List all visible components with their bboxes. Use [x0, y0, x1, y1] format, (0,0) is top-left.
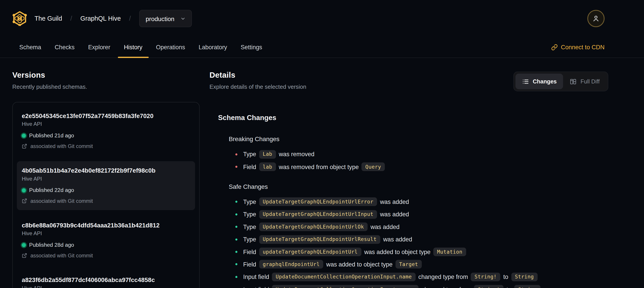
git-commit-link[interactable]: associated with Git commit: [22, 143, 190, 149]
code-chip: UpdateDocumentCollectionOperationInput.q…: [272, 285, 418, 288]
change-text-segment: Type: [243, 236, 256, 243]
connect-to-cdn-label: Connect to CDN: [561, 44, 604, 51]
change-text-segment: Input field: [243, 286, 269, 288]
version-hash: e2e55045345ce13fe07f52a77459b83fa3fe7020: [22, 113, 190, 119]
change-text-segment: was added: [380, 211, 409, 218]
versions-title: Versions: [12, 71, 200, 80]
version-status: Published 21d ago: [22, 132, 190, 139]
tab-label: Operations: [156, 44, 185, 51]
change-item: TypeUpdateTargetGraphQLEndpointUrlErrorw…: [235, 196, 608, 208]
version-service: Hive API: [22, 175, 190, 182]
app-window: The Guild / GraphQL Hive / production Sc…: [0, 0, 644, 288]
tab-history[interactable]: History: [118, 37, 148, 58]
version-service: Hive API: [22, 121, 190, 127]
change-text-segment: to: [503, 273, 508, 280]
code-chip: UpdateTargetGraphQLEndpointUrlError: [259, 197, 377, 206]
external-link-icon: [22, 144, 27, 149]
change-text: FieldupdateTargetGraphQLEndpointUrlwas a…: [243, 248, 469, 256]
change-bullet-icon: [235, 213, 237, 215]
hive-logo-icon[interactable]: [12, 11, 27, 26]
version-published-text: Published 22d ago: [29, 187, 74, 193]
change-text: FieldgraphqlEndpointUrlwas added to obje…: [243, 260, 424, 269]
change-item: FieldgraphqlEndpointUrlwas added to obje…: [235, 258, 608, 270]
git-commit-link[interactable]: associated with Git commit: [22, 252, 190, 259]
connect-to-cdn-link[interactable]: Connect to CDN: [551, 44, 604, 51]
change-item: FieldupdateTargetGraphQLEndpointUrlwas a…: [235, 246, 608, 258]
breadcrumb: The Guild / GraphQL Hive / production: [34, 10, 192, 27]
details-title: Details: [210, 71, 306, 80]
change-text-segment: Field: [243, 248, 256, 255]
tab-label: Laboratory: [198, 44, 227, 51]
tab-label: Explorer: [88, 44, 110, 51]
code-chip: String: [514, 285, 541, 288]
code-chip: UpdateTargetGraphQLEndpointUrlOk: [259, 222, 368, 231]
status-dot: [22, 243, 26, 247]
breadcrumb-separator: /: [70, 15, 72, 22]
view-toggle: Changes Full Diff: [514, 72, 608, 91]
tab-schema[interactable]: Schema: [13, 37, 47, 58]
breadcrumb-org[interactable]: The Guild: [34, 15, 62, 22]
version-card[interactable]: c8b6e88a06793b9c4dfd54aaa21b36a1b421d812…: [17, 216, 195, 265]
change-text: Fieldlabwas removed from object typeQuer…: [243, 162, 388, 171]
tab-laboratory[interactable]: Laboratory: [192, 37, 233, 58]
version-published-text: Published 28d ago: [29, 242, 74, 248]
code-chip: Lab: [259, 150, 276, 159]
change-text-segment: Field: [243, 261, 256, 268]
breadcrumb-project[interactable]: GraphQL Hive: [80, 15, 121, 22]
change-bullet-icon: [235, 238, 237, 240]
change-bullet-icon: [235, 251, 237, 253]
change-item: TypeUpdateTargetGraphQLEndpointUrlResult…: [235, 233, 608, 246]
code-chip: UpdateDocumentCollectionOperationInput.n…: [272, 272, 415, 281]
tab-bar: Schema Checks Explorer History Operation…: [0, 37, 644, 58]
git-commit-label: associated with Git commit: [30, 143, 93, 149]
change-text-segment: changed type from: [418, 273, 468, 280]
tab-label: Checks: [55, 44, 75, 51]
versions-list: e2e55045345ce13fe07f52a77459b83fa3fe7020…: [12, 102, 200, 288]
change-text-segment: Input field: [243, 273, 269, 280]
version-card[interactable]: 4b05ab51b1b4a7e2e4b0ef82172f2b9f7ef98c0b…: [17, 161, 195, 210]
safe-changes-title: Safe Changes: [229, 183, 608, 190]
change-text-segment: changed type from: [422, 286, 471, 288]
change-text: Input fieldUpdateDocumentCollectionOpera…: [243, 285, 544, 288]
full-diff-view-button[interactable]: Full Diff: [563, 74, 606, 89]
change-text-segment: Type: [243, 151, 256, 158]
change-item: Input fieldUpdateDocumentCollectionOpera…: [235, 283, 608, 288]
git-commit-link[interactable]: associated with Git commit: [22, 198, 190, 204]
versions-subtitle: Recently published schemas.: [12, 83, 200, 90]
change-item: TypeUpdateTargetGraphQLEndpointUrlOkwas …: [235, 220, 608, 233]
tab-explorer[interactable]: Explorer: [82, 37, 116, 58]
target-selector[interactable]: production: [139, 10, 192, 27]
change-text-segment: was removed: [279, 151, 314, 158]
list-icon: [522, 78, 529, 85]
change-text-segment: Field: [243, 164, 256, 170]
version-card[interactable]: a823f6db2a55df877dcf406006abca97fcc4858c…: [17, 270, 195, 288]
details-heading-block: Details Explore details of the selected …: [210, 71, 306, 90]
tab-label: History: [124, 44, 142, 51]
changes-view-label: Changes: [533, 78, 557, 85]
breadcrumb-separator: /: [129, 15, 131, 22]
changes-groups: Breaking Changes TypeLabwas removed Fiel…: [218, 135, 608, 288]
change-text: TypeUpdateTargetGraphQLEndpointUrlResult…: [243, 235, 412, 244]
change-item: TypeUpdateTargetGraphQLEndpointUrlInputw…: [235, 208, 608, 220]
code-chip: Target: [395, 260, 422, 269]
change-text-segment: was added to object type: [364, 248, 430, 255]
code-chip: String: [511, 272, 538, 281]
link-icon: [551, 44, 558, 51]
version-card[interactable]: e2e55045345ce13fe07f52a77459b83fa3fe7020…: [17, 107, 195, 156]
changes-view-button[interactable]: Changes: [516, 74, 563, 89]
tab-label: Schema: [19, 44, 41, 51]
target-selector-value: production: [146, 15, 174, 22]
user-menu-button[interactable]: [587, 10, 604, 27]
breadcrumb-row: The Guild / GraphQL Hive / production: [0, 0, 644, 37]
change-text-segment: was added to object type: [326, 261, 392, 268]
code-chip: graphqlEndpointUrl: [259, 260, 323, 269]
full-diff-view-label: Full Diff: [580, 78, 600, 85]
change-text: TypeUpdateTargetGraphQLEndpointUrlOkwas …: [243, 222, 400, 231]
version-hash: c8b6e88a06793b9c4dfd54aaa21b36a1b421d812: [22, 222, 190, 229]
tab-settings[interactable]: Settings: [234, 37, 268, 58]
tab-operations[interactable]: Operations: [150, 37, 191, 58]
versions-panel: Versions Recently published schemas. e2e…: [12, 71, 200, 288]
version-service: Hive API: [22, 230, 190, 236]
tab-checks[interactable]: Checks: [48, 37, 81, 58]
details-subtitle: Explore details of the selected version: [210, 83, 306, 90]
